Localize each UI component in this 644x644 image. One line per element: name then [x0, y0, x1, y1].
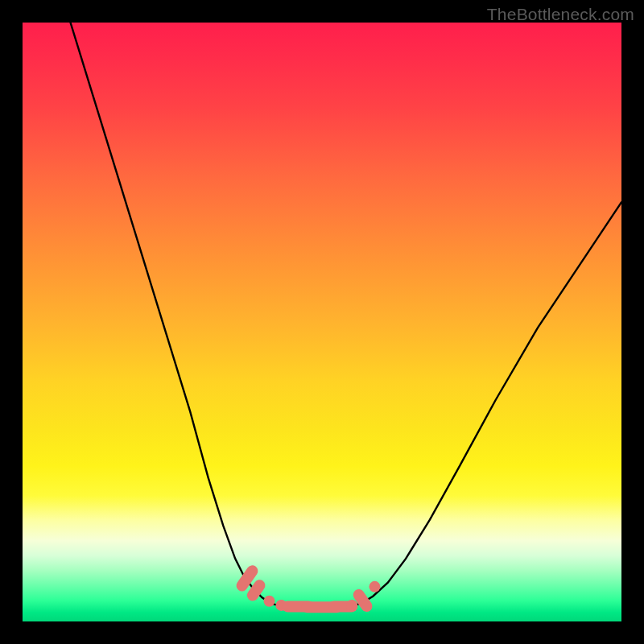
marker-pill: [253, 585, 260, 595]
marker-dot: [264, 596, 275, 607]
plot-area: [23, 23, 621, 621]
marker-dot: [346, 600, 357, 611]
marker-pill: [359, 595, 367, 606]
watermark-text: TheBottleneck.com: [487, 5, 634, 24]
curve-path: [71, 23, 621, 608]
curve-layer: [23, 23, 621, 621]
bottleneck-markers: [242, 571, 381, 611]
marker-dot: [369, 581, 380, 592]
chart-frame: TheBottleneck.com: [0, 0, 644, 644]
bottleneck-curve: [71, 23, 621, 608]
